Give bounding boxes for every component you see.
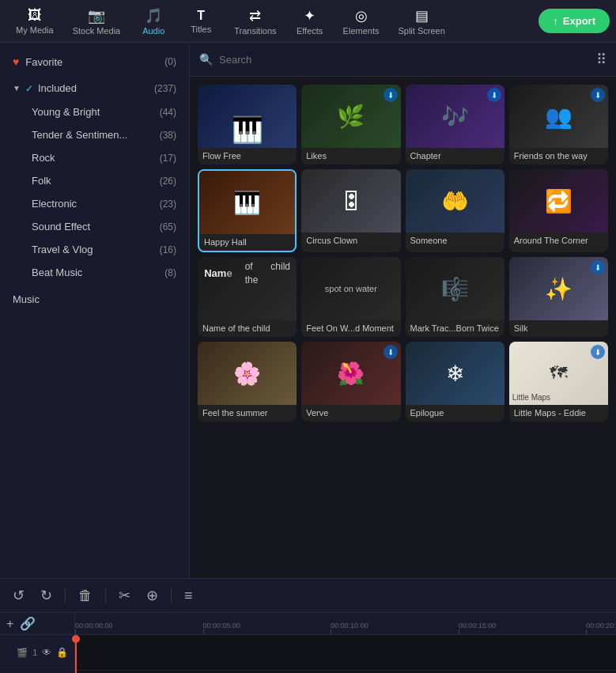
media-card-likes[interactable]: 🌿 ⬇ Likes bbox=[301, 85, 400, 164]
media-card-happy-hall[interactable]: 🎹 Happy Hall bbox=[198, 169, 297, 252]
nav-label-transitions: Transitions bbox=[234, 26, 276, 36]
item-label: Travel & Vlog bbox=[32, 244, 160, 255]
cut-button[interactable]: ✂ bbox=[115, 584, 134, 607]
sidebar-item-folk[interactable]: Folk (26) bbox=[19, 169, 189, 192]
media-title: Circus Clown bbox=[301, 233, 400, 249]
sidebar-music[interactable]: Music bbox=[0, 285, 189, 312]
search-input[interactable] bbox=[219, 54, 590, 66]
chevron-down-icon: ▼ bbox=[13, 84, 21, 93]
media-title: Feet On W...d Moment bbox=[301, 320, 400, 337]
undo-button[interactable]: ↺ bbox=[9, 584, 28, 607]
sidebar-included-items: Young & Bright (44) Tender & Sentimen...… bbox=[0, 100, 189, 284]
nav-label-titles: Titles bbox=[191, 25, 211, 34]
media-title: Around The Corner bbox=[509, 233, 608, 249]
media-card-silk[interactable]: ✨ ⬇ Silk bbox=[509, 257, 608, 337]
media-card-little-maps[interactable]: 🗺 Little Maps ⬇ Little Maps - Eddie bbox=[509, 342, 608, 422]
item-count: (38) bbox=[160, 130, 176, 141]
included-label: Included bbox=[38, 82, 149, 94]
sidebar-favorite[interactable]: ♥ Favorite (0) bbox=[0, 49, 189, 74]
export-icon: ↑ bbox=[553, 15, 558, 27]
nav-label-split-screen: Split Screen bbox=[398, 26, 444, 36]
grid-dots-icon: ⠿ bbox=[596, 51, 607, 68]
media-thumb: 🌿 ⬇ bbox=[301, 85, 400, 148]
eye-icon[interactable]: 👁 bbox=[42, 647, 51, 658]
media-thumb: 🗺 Little Maps ⬇ bbox=[509, 342, 608, 405]
media-card-mark-trac[interactable]: 🎼 Mark Trac...Born Twice bbox=[406, 257, 505, 337]
sidebar-item-rock[interactable]: Rock (17) bbox=[19, 146, 189, 169]
video-track-num: 1 bbox=[32, 648, 37, 657]
item-label: Sound Effect bbox=[32, 221, 160, 233]
nav-label-my-media: My Media bbox=[16, 25, 54, 35]
media-card-friends[interactable]: 👥 ⬇ Friends on the way bbox=[509, 85, 608, 164]
item-count: (17) bbox=[160, 153, 176, 164]
media-thumb: 🎼 bbox=[406, 257, 505, 320]
media-title: Happy Hall bbox=[199, 234, 295, 251]
nav-label-effects: Effects bbox=[297, 26, 323, 36]
grid-options[interactable]: ⠿ bbox=[596, 51, 607, 68]
effects-icon: ✦ bbox=[304, 7, 316, 25]
media-card-around-corner[interactable]: 🔁 Around The Corner bbox=[509, 169, 608, 252]
media-title: Silk bbox=[509, 320, 608, 337]
music-label: Music bbox=[13, 293, 40, 305]
transitions-icon: ⇄ bbox=[249, 7, 261, 25]
media-thumb: 🎛 bbox=[301, 169, 400, 233]
nav-item-split-screen[interactable]: ▤ Split Screen bbox=[388, 4, 454, 39]
download-badge: ⬇ bbox=[591, 88, 605, 102]
media-card-chapter[interactable]: 🎶 ⬇ Chapter bbox=[406, 85, 505, 164]
main-content: ♥ Favorite (0) ▼ ✓ Included (237) Young … bbox=[0, 43, 616, 578]
toolbar-separator-2 bbox=[105, 588, 106, 603]
sidebar-item-young-bright[interactable]: Young & Bright (44) bbox=[19, 100, 189, 123]
media-card-someone[interactable]: 🤲 Someone bbox=[406, 169, 505, 252]
nav-label-audio: Audio bbox=[142, 26, 164, 36]
item-count: (16) bbox=[160, 244, 176, 255]
item-count: (65) bbox=[160, 221, 176, 233]
lock-icon[interactable]: 🔒 bbox=[56, 647, 68, 658]
media-card-epilogue[interactable]: ❄ Epilogue bbox=[406, 342, 505, 422]
video-track-placeholder bbox=[75, 635, 616, 670]
search-icon: 🔍 bbox=[199, 53, 213, 66]
sidebar-item-tender[interactable]: Tender & Sentimen... (38) bbox=[19, 123, 189, 146]
video-track-icon: 🎬 bbox=[17, 648, 28, 658]
media-card-name-child[interactable]: Name of the child Name of the child bbox=[198, 257, 297, 337]
sidebar-item-travel-vlog[interactable]: Travel & Vlog (16) bbox=[19, 238, 189, 261]
playhead[interactable] bbox=[75, 635, 77, 673]
media-card-verve[interactable]: 🌺 ⬇ Verve bbox=[301, 342, 400, 422]
export-button[interactable]: ↑ Export bbox=[539, 9, 610, 33]
nav-item-elements[interactable]: ◎ Elements bbox=[334, 4, 389, 39]
media-title: Verve bbox=[301, 405, 400, 422]
sidebar: ♥ Favorite (0) ▼ ✓ Included (237) Young … bbox=[0, 43, 190, 578]
sidebar-included-header[interactable]: ▼ ✓ Included (237) bbox=[0, 76, 189, 100]
nav-item-stock-media[interactable]: 📷 Stock Media bbox=[63, 4, 130, 39]
settings-button[interactable]: ≡ bbox=[181, 584, 196, 607]
nav-item-titles[interactable]: T Titles bbox=[177, 6, 225, 37]
media-card-feet[interactable]: spot on water Feet On W...d Moment bbox=[301, 257, 400, 337]
media-thumb: spot on water bbox=[301, 257, 400, 320]
media-grid: 🎹 Flow Free 🌿 ⬇ Likes 🎶 ⬇ Chapter bbox=[190, 77, 616, 429]
link-button[interactable]: 🔗 bbox=[20, 616, 36, 631]
delete-button[interactable]: 🗑 bbox=[75, 584, 96, 607]
nav-item-transitions[interactable]: ⇄ Transitions bbox=[225, 4, 285, 39]
media-thumb: 🎶 ⬇ bbox=[406, 85, 505, 148]
media-title: Chapter bbox=[406, 148, 505, 164]
sidebar-item-beat-music[interactable]: Beat Music (8) bbox=[19, 261, 189, 284]
video-track-content bbox=[75, 635, 616, 670]
media-title: Name of the child bbox=[198, 320, 297, 337]
nav-item-audio[interactable]: 🎵 Audio bbox=[130, 4, 177, 39]
check-icon: ✓ bbox=[25, 83, 33, 94]
sidebar-item-sound-effect[interactable]: Sound Effect (65) bbox=[19, 215, 189, 238]
copy-button[interactable]: ⊕ bbox=[143, 584, 161, 607]
media-thumb: 🔁 bbox=[509, 169, 608, 233]
nav-item-effects[interactable]: ✦ Effects bbox=[286, 4, 334, 39]
add-track-button[interactable]: + bbox=[6, 617, 13, 631]
media-title: Friends on the way bbox=[509, 148, 608, 164]
search-bar: 🔍 ⠿ bbox=[190, 43, 616, 77]
nav-item-my-media[interactable]: 🖼 My Media bbox=[6, 4, 63, 38]
split-screen-icon: ▤ bbox=[415, 7, 429, 25]
export-label: Export bbox=[563, 15, 595, 27]
sidebar-item-electronic[interactable]: Electronic (23) bbox=[19, 192, 189, 215]
video-track-controls: 🎬 1 👁 🔒 bbox=[0, 635, 75, 670]
media-card-circus-clown[interactable]: 🎛 Circus Clown bbox=[301, 169, 400, 252]
media-card-flow-free[interactable]: 🎹 Flow Free bbox=[198, 85, 297, 164]
media-card-feel-summer[interactable]: 🌸 Feel the summer bbox=[198, 342, 297, 422]
redo-button[interactable]: ↻ bbox=[37, 584, 55, 607]
